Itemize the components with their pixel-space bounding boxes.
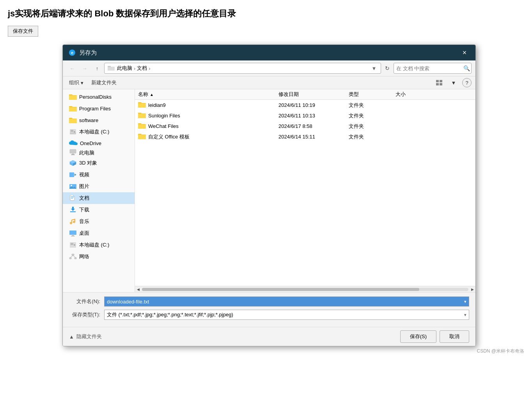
svg-line-39 <box>71 255 73 257</box>
svg-rect-3 <box>108 66 111 67</box>
sidebar-label: 视频 <box>79 171 89 178</box>
dialog-close-button[interactable]: × <box>459 47 470 58</box>
sidebar-item-personalDisks[interactable]: PersonalDisks <box>63 91 135 103</box>
col-size[interactable]: 大小 <box>392 91 475 98</box>
forward-button[interactable]: → <box>79 63 90 74</box>
svg-point-35 <box>74 244 75 246</box>
sidebar-label: PersonalDisks <box>79 94 112 100</box>
address-dropdown-button[interactable]: ▼ <box>371 65 378 72</box>
hscroll-track <box>142 288 468 291</box>
dialog-main: PersonalDisks Program Files <box>63 89 475 292</box>
desktop-icon <box>69 229 77 237</box>
col-date[interactable]: 修改日期 <box>275 91 346 98</box>
up-button[interactable]: ↑ <box>92 63 103 74</box>
page-title: js实现将后端请求来的 Blob 数据保存到用户选择的任意目录 <box>8 8 524 20</box>
svg-rect-28 <box>70 211 76 212</box>
new-folder-button[interactable]: 新建文件夹 <box>89 78 119 87</box>
filename-row: 文件名(N): downloaded-file.txt ▾ <box>69 296 469 307</box>
svg-rect-9 <box>71 130 73 132</box>
sidebar-item-software[interactable]: software <box>63 114 135 126</box>
hscroll-right-button[interactable]: ▶ <box>469 286 475 293</box>
watermark: CSDN @米杯卡布奇洛 <box>8 348 524 355</box>
video-icon <box>69 171 77 179</box>
sidebar-item-pictures[interactable]: 图片 <box>63 181 135 192</box>
table-row[interactable]: 自定义 Office 模板 2024/6/14 15:11 文件夹 <box>135 131 475 142</box>
folder-icon <box>69 105 77 112</box>
filetype-select[interactable]: 文件 (*.txt;*.pdf;*.jpg;*.jpeg;*.png;*.tex… <box>104 310 469 320</box>
save-file-button[interactable]: 保存文件 <box>8 26 38 37</box>
svg-rect-36 <box>72 254 74 255</box>
svg-marker-19 <box>74 174 76 176</box>
sidebar-item-programFiles[interactable]: Program Files <box>63 103 135 114</box>
3d-icon <box>69 159 77 167</box>
hscroll-thumb[interactable] <box>142 288 419 291</box>
onedrive-label: OneDrive <box>80 140 101 146</box>
folder-icon <box>138 122 146 130</box>
sidebar-label: 本地磁盘 (C:) <box>79 241 109 248</box>
folder-icon <box>69 116 77 124</box>
file-manager-icon <box>108 65 115 72</box>
breadcrumb-pc[interactable]: 此电脑 <box>117 65 132 72</box>
sidebar-item-3dObjects[interactable]: 3D 对象 <box>63 157 135 169</box>
save-as-dialog: e 另存为 × ← → ↑ 此电脑 › 文档 <box>62 44 476 346</box>
table-row[interactable]: WeChat Files 2024/6/17 8:58 文件夹 <box>135 121 475 131</box>
disk-icon2 <box>69 241 77 249</box>
dialog-save-button[interactable]: 保存(S) <box>400 330 436 343</box>
sidebar-item-videos[interactable]: 视频 <box>63 169 135 181</box>
sort-arrow: ▲ <box>150 92 154 97</box>
hscroll-left-button[interactable]: ◀ <box>135 286 141 293</box>
table-row[interactable]: Sunlogin Files 2024/6/11 10:13 文件夹 <box>135 110 475 121</box>
docs-icon <box>69 194 77 202</box>
pc-label: 此电脑 <box>79 149 94 156</box>
sidebar-item-localDiskC2[interactable]: 本地磁盘 (C:) <box>63 239 135 251</box>
horizontal-scrollbar[interactable]: ◀ ▶ <box>135 286 475 292</box>
hide-folders-toggle[interactable]: ▲ 隐藏文件夹 <box>69 333 102 340</box>
folder-icon <box>138 112 146 119</box>
sidebar-item-downloads[interactable]: 下载 <box>63 204 135 216</box>
organize-button[interactable]: 组织 ▾ <box>67 78 86 87</box>
sidebar-item-desktop[interactable]: 桌面 <box>63 227 135 239</box>
table-row[interactable]: leidian9 2024/6/11 10:19 文件夹 <box>135 100 475 110</box>
filename-label: 文件名(N): <box>69 298 104 305</box>
sidebar-section-oneDrive: OneDrive <box>69 140 135 147</box>
svg-rect-25 <box>71 197 74 198</box>
sidebar-label: 本地磁盘 (C:) <box>79 128 109 135</box>
sidebar-item-music[interactable]: 音乐 <box>63 216 135 227</box>
back-button[interactable]: ← <box>67 63 78 74</box>
view-options-button[interactable]: ▼ <box>448 78 459 87</box>
search-input[interactable] <box>396 66 462 71</box>
dialog-title-icon: e <box>68 49 76 57</box>
refresh-button[interactable]: ↻ <box>383 64 392 73</box>
sidebar-label: 音乐 <box>79 218 89 225</box>
download-icon <box>69 206 77 214</box>
svg-rect-6 <box>436 83 439 85</box>
sidebar-item-localDiskC1[interactable]: 本地磁盘 (C:) <box>63 126 135 138</box>
sidebar-item-network[interactable]: 网络 <box>63 251 135 262</box>
dialog-toolbar2: 组织 ▾ 新建文件夹 ▼ ? <box>63 76 475 89</box>
sidebar-item-documents[interactable]: 文档 <box>63 192 135 204</box>
sidebar-label: 下载 <box>79 206 89 213</box>
svg-rect-4 <box>436 80 439 82</box>
svg-rect-24 <box>71 196 74 197</box>
svg-rect-14 <box>71 154 75 155</box>
view-button[interactable] <box>434 78 445 87</box>
svg-rect-12 <box>70 149 76 153</box>
filetype-label: 保存类型(T): <box>69 311 104 318</box>
folder-icon <box>69 93 77 101</box>
svg-rect-2 <box>108 67 115 71</box>
breadcrumb-docs[interactable]: 文档 <box>137 65 147 72</box>
help-button[interactable]: ? <box>462 78 472 87</box>
sidebar-section-thisPc[interactable]: 此电脑 <box>69 149 135 156</box>
col-type[interactable]: 类型 <box>346 91 392 98</box>
address-bar: 此电脑 › 文档 › ▼ <box>104 63 381 74</box>
filename-input[interactable]: downloaded-file.txt ▾ <box>104 296 469 307</box>
svg-rect-30 <box>69 231 76 235</box>
dialog-cancel-button[interactable]: 取消 <box>440 330 469 343</box>
svg-rect-5 <box>440 80 442 82</box>
sidebar-label: 网络 <box>79 253 89 260</box>
col-name[interactable]: 名称 ▲ <box>135 91 275 98</box>
sidebar-label: Program Files <box>79 106 111 112</box>
svg-line-40 <box>73 255 76 257</box>
disk-icon <box>69 128 77 136</box>
filename-dropdown[interactable]: ▾ <box>464 299 466 304</box>
